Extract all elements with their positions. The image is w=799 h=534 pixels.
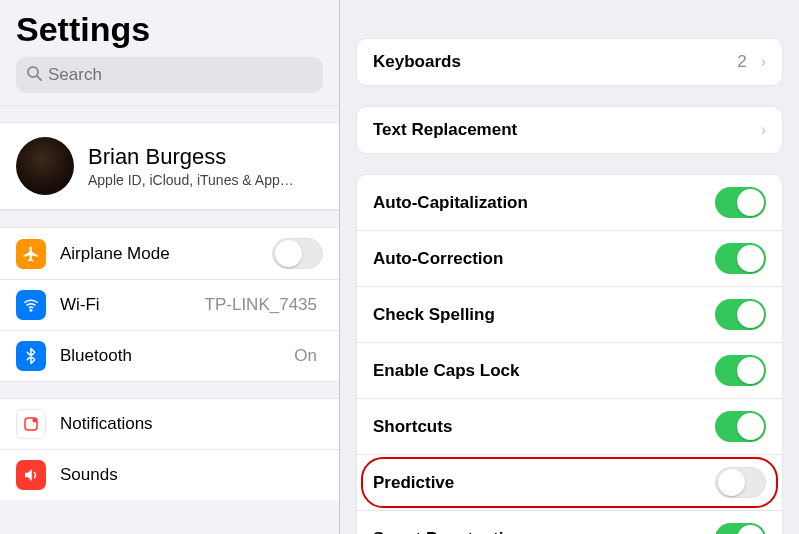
toggle-label: Enable Caps Lock — [373, 361, 715, 381]
bluetooth-label: Bluetooth — [60, 346, 294, 366]
profile-text: Brian Burgess Apple ID, iCloud, iTunes &… — [88, 144, 294, 188]
toggle-switch[interactable] — [715, 187, 766, 218]
alerts-group: Notifications Sounds — [0, 399, 339, 500]
connectivity-group: Airplane Mode Wi-Fi TP-LINK_7435 Bluetoo… — [0, 228, 339, 381]
airplane-mode-row[interactable]: Airplane Mode — [0, 228, 339, 280]
bluetooth-icon — [16, 341, 46, 371]
notifications-row[interactable]: Notifications — [0, 399, 339, 450]
group-separator — [0, 105, 339, 123]
search-input[interactable] — [48, 65, 313, 85]
bluetooth-value: On — [294, 346, 317, 366]
main-panel: Keyboards 2 › Text Replacement › Auto-Ca… — [340, 0, 799, 534]
wifi-icon — [16, 290, 46, 320]
toggle-switch[interactable] — [715, 467, 766, 498]
sounds-row[interactable]: Sounds — [0, 450, 339, 500]
sounds-label: Sounds — [60, 465, 323, 485]
chevron-right-icon: › — [761, 121, 766, 139]
toggle-row-enable-caps-lock[interactable]: Enable Caps Lock — [357, 343, 782, 399]
bluetooth-row[interactable]: Bluetooth On — [0, 331, 339, 381]
keyboards-row[interactable]: Keyboards 2 › — [357, 39, 782, 85]
search-icon — [26, 65, 42, 85]
wifi-row[interactable]: Wi-Fi TP-LINK_7435 — [0, 280, 339, 331]
profile-subtitle: Apple ID, iCloud, iTunes & App… — [88, 172, 294, 188]
notifications-label: Notifications — [60, 414, 323, 434]
group-separator — [0, 381, 339, 399]
profile-name: Brian Burgess — [88, 144, 294, 170]
sounds-icon — [16, 460, 46, 490]
toggle-row-auto-correction[interactable]: Auto-Correction — [357, 231, 782, 287]
group-separator — [0, 210, 339, 228]
airplane-mode-label: Airplane Mode — [60, 244, 272, 264]
toggle-row-check-spelling[interactable]: Check Spelling — [357, 287, 782, 343]
toggle-switch[interactable] — [715, 243, 766, 274]
svg-line-1 — [37, 76, 41, 80]
toggle-row-shortcuts[interactable]: Shortcuts — [357, 399, 782, 455]
toggle-switch[interactable] — [715, 299, 766, 330]
notifications-icon — [16, 409, 46, 439]
toggle-row-predictive[interactable]: Predictive — [357, 455, 782, 511]
wifi-value: TP-LINK_7435 — [205, 295, 317, 315]
text-replacement-section: Text Replacement › — [356, 106, 783, 154]
page-title: Settings — [16, 10, 323, 49]
keyboard-toggles-section: Auto-CapitalizationAuto-CorrectionCheck … — [356, 174, 783, 534]
toggle-switch[interactable] — [715, 411, 766, 442]
toggle-label: Predictive — [373, 473, 715, 493]
profile-row[interactable]: Brian Burgess Apple ID, iCloud, iTunes &… — [0, 123, 339, 210]
text-replacement-row[interactable]: Text Replacement › — [357, 107, 782, 153]
toggle-row-smart-punctuation[interactable]: Smart Punctuation — [357, 511, 782, 534]
sidebar-header: Settings — [0, 0, 339, 105]
keyboards-section: Keyboards 2 › — [356, 38, 783, 86]
avatar — [16, 137, 74, 195]
toggle-switch[interactable] — [715, 355, 766, 386]
toggle-label: Auto-Capitalization — [373, 193, 715, 213]
search-box[interactable] — [16, 57, 323, 93]
keyboards-label: Keyboards — [373, 52, 737, 72]
toggle-label: Smart Punctuation — [373, 529, 715, 535]
toggle-label: Auto-Correction — [373, 249, 715, 269]
svg-point-2 — [30, 310, 32, 312]
toggle-row-auto-capitalization[interactable]: Auto-Capitalization — [357, 175, 782, 231]
toggle-label: Shortcuts — [373, 417, 715, 437]
text-replacement-label: Text Replacement — [373, 120, 757, 140]
wifi-label: Wi-Fi — [60, 295, 205, 315]
airplane-mode-toggle[interactable] — [272, 238, 323, 269]
keyboards-count: 2 — [737, 52, 746, 72]
airplane-icon — [16, 239, 46, 269]
toggle-switch[interactable] — [715, 523, 766, 534]
svg-point-4 — [33, 418, 38, 423]
chevron-right-icon: › — [761, 53, 766, 71]
sidebar: Settings Brian Burgess Apple ID, iCloud,… — [0, 0, 340, 534]
toggle-label: Check Spelling — [373, 305, 715, 325]
